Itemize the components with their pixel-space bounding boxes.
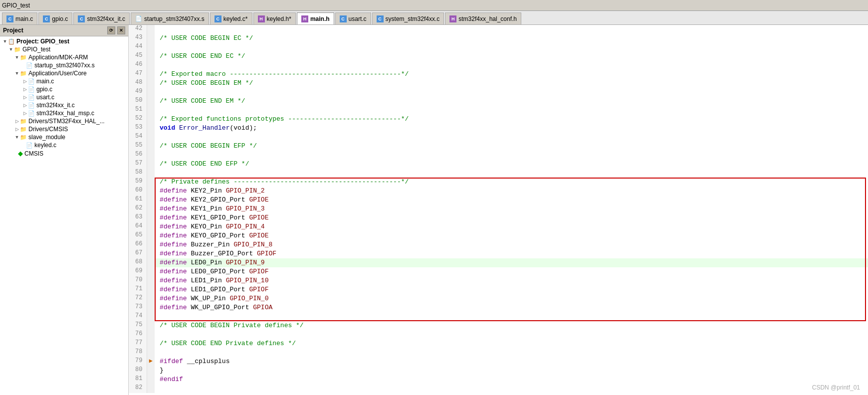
arrow-col-67 [147,249,155,258]
main-c-label: main.c [36,78,54,85]
sidebar-item-project-root[interactable]: ▼ 📋 Project: GPIO_test [0,37,128,45]
tab-keyled_h[interactable]: Hkeyled.h* [253,12,296,24]
expand-arrow: ▷ [22,78,28,84]
user-core-label: Application/User/Core [28,70,87,77]
line-number-43: 43 [129,34,147,43]
code-row-56: 56 [129,151,868,160]
code-row-79: 79▶#ifdef __cplusplus [129,357,868,366]
code-line-57: /* USER CODE END EFP */ [155,160,868,169]
code-row-51: 51 [129,106,868,115]
code-row-81: 81#endif [129,375,868,384]
code-line-69: #define LED0_GPIO_Port GPIOF [155,267,868,276]
sidebar-item-cmsis[interactable]: ◆ CMSIS [0,149,128,158]
folder-icon: 📁 [20,118,27,125]
tab-stm32f4xx_it_c[interactable]: Cstm32f4xx_it.c [73,12,130,24]
tab-icon-usart_c: C [340,15,347,22]
sidebar-item-usart-c[interactable]: ▷ 📄 usart.c [0,93,128,101]
tab-label-usart_c: usart.c [349,15,367,22]
code-editor[interactable]: 42 43/* USER CODE BEGIN EC */44 45/* USE… [129,25,868,395]
no-arrow [22,62,26,68]
tab-gpio_c[interactable]: Cgpio.c [38,12,72,24]
arrow-col-70 [147,276,155,285]
code-row-52: 52/* Exported functions prototypes -----… [129,115,868,124]
code-line-62: #define KEY1_Pin GPIO_PIN_3 [155,204,868,213]
line-number-70: 70 [129,276,147,285]
code-line-74 [155,312,868,321]
code-row-54: 54 [129,133,868,142]
sidebar-header: Project ⟳ ✕ [0,25,128,36]
line-number-45: 45 [129,52,147,61]
arrow-col-66 [147,240,155,249]
sidebar-item-drivers-cmsis[interactable]: ▷ 📁 Drivers/CMSIS [0,125,128,133]
tab-icon-stm32f4xx_hal_conf_h: H [449,15,456,22]
line-number-53: 53 [129,124,147,133]
line-number-58: 58 [129,169,147,178]
keyled-c-label: keyled.c [34,142,56,149]
arrow-col-43 [147,34,155,43]
line-number-75: 75 [129,321,147,330]
sidebar-item-gpio-test[interactable]: ▼ 📁 GPIO_test [0,45,128,53]
sidebar-item-keyled-c[interactable]: 📄 keyled.c [0,141,128,149]
code-line-65: #define KEYO_GPIO_Port GPIOE [155,231,868,240]
code-line-50: /* USER CODE END EM */ [155,97,868,106]
code-line-48: /* USER CODE BEGIN EM */ [155,79,868,88]
code-row-67: 67#define Buzzer_GPIO_Port GPIOF [129,249,868,258]
code-row-64: 64#define KEYO_Pin GPIO_PIN_4 [129,222,868,231]
line-number-69: 69 [129,267,147,276]
tab-bar: Cmain.cCgpio.cCstm32f4xx_it.c📄startup_st… [0,11,868,25]
sidebar-sync-icon[interactable]: ⟳ [107,26,115,34]
tab-label-keyled_c: keyled.c* [223,15,248,22]
arrow-col-46 [147,61,155,70]
sidebar-item-user-core[interactable]: ▼ 📁 Application/User/Core [0,69,128,77]
line-number-49: 49 [129,88,147,97]
arrow-col-73 [147,303,155,312]
tab-label-keyled_h: keyled.h* [267,15,291,22]
line-number-60: 60 [129,187,147,196]
arrow-col-77 [147,339,155,348]
sidebar-item-drivers-hal[interactable]: ▷ 📁 Drivers/STM32F4xx_HAL_... [0,117,128,125]
tab-stm32f4xx_hal_conf_h[interactable]: Hstm32f4xx_hal_conf.h [445,12,521,24]
sidebar-item-stm32-hal-msp[interactable]: ▷ 📄 stm32f4xx_hal_msp.c [0,109,128,117]
tab-label-system_stm32f4xx_c: system_stm32f4xx.c [386,15,440,22]
arrow-col-59 [147,178,155,187]
code-line-47: /* Exported macro ----------------------… [155,70,868,79]
line-number-80: 80 [129,366,147,375]
code-row-66: 66#define Buzzer_Pin GPIO_PIN_8 [129,240,868,249]
sidebar-item-stm32-it[interactable]: ▷ 📄 stm32f4xx_it.c [0,101,128,109]
code-row-69: 69#define LED0_GPIO_Port GPIOF [129,267,868,276]
project-label: Project: GPIO_test [16,38,69,45]
arrow-col-65 [147,231,155,240]
line-number-44: 44 [129,43,147,52]
file-icon: 📄 [26,62,33,69]
tab-keyled_c[interactable]: Ckeyled.c* [210,12,252,24]
arrow-col-80 [147,366,155,375]
expand-arrow: ▼ [14,70,20,76]
line-number-68: 68 [129,258,147,267]
tab-main_h[interactable]: Hmain.h [297,12,334,24]
tab-main_c[interactable]: Cmain.c [2,12,37,24]
code-line-68: #define LED0_Pin GPIO_PIN_9 [155,258,868,267]
code-line-52: /* Exported functions prototypes -------… [155,115,868,124]
no-arrow [22,142,26,148]
code-line-42 [155,25,868,34]
hal-msp-label: stm32f4xx_hal_msp.c [36,110,94,117]
arrow-col-50 [147,97,155,106]
code-row-45: 45/* USER CODE END EC */ [129,52,868,61]
code-row-71: 71#define LED1_GPIO_Port GPIOF [129,285,868,294]
line-number-78: 78 [129,348,147,357]
sidebar-item-gpio-c[interactable]: ▷ 📄 gpio.c [0,85,128,93]
sidebar-item-slave-module[interactable]: ▼ 📁 slave_module [0,133,128,141]
sidebar-close-icon[interactable]: ✕ [117,26,125,34]
sidebar-item-mdk-arm[interactable]: ▼ 📁 Application/MDK-ARM [0,53,128,61]
tab-icon-main_h: H [301,15,308,22]
expand-arrow: ▷ [14,118,20,124]
tab-startup[interactable]: 📄startup_stm32f407xx.s [131,12,209,24]
sidebar-item-startup[interactable]: 📄 startup_stm32f407xx.s [0,61,128,69]
code-line-77: /* USER CODE END Private defines */ [155,339,868,348]
code-line-61: #define KEY2_GPIO_Port GPIOE [155,196,868,204]
tab-usart_c[interactable]: Cusart.c [335,12,371,24]
arrow-col-81 [147,375,155,384]
tab-system_stm32f4xx_c[interactable]: Csystem_stm32f4xx.c [372,12,444,24]
arrow-col-54 [147,133,155,142]
sidebar-item-main-c[interactable]: ▷ 📄 main.c [0,77,128,85]
